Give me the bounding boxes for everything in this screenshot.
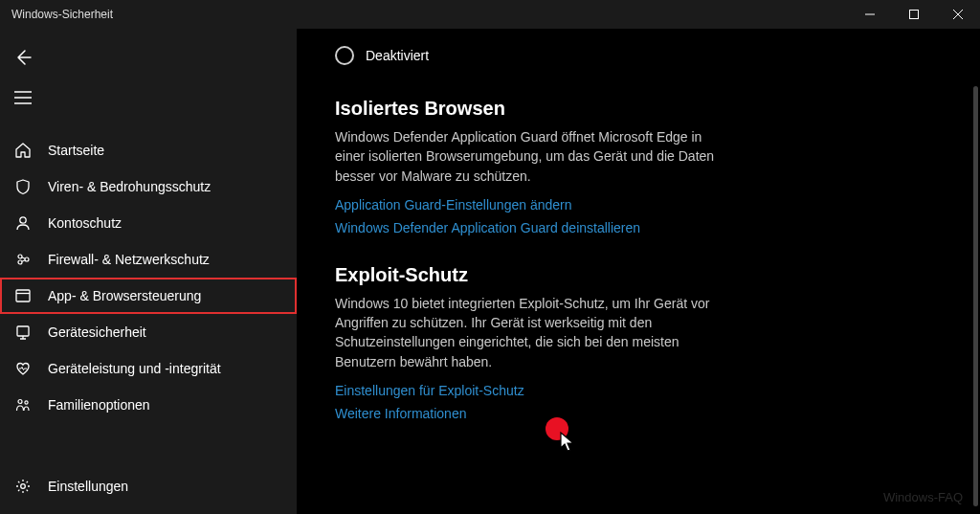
link-more-info[interactable]: Weitere Informationen [335, 406, 718, 421]
svg-point-8 [25, 401, 28, 404]
window-controls [848, 0, 980, 29]
svg-point-2 [18, 255, 22, 258]
svg-rect-5 [16, 290, 30, 302]
sidebar-item-label: Familienoptionen [48, 397, 150, 413]
radio-option-deactivated[interactable]: Deaktiviert [335, 46, 980, 65]
svg-point-3 [18, 260, 22, 264]
sidebar-item-label: Firewall- & Netzwerkschutz [48, 252, 210, 267]
firewall-icon [13, 250, 33, 269]
link-exploit-settings[interactable]: Einstellungen für Exploit-Schutz [335, 383, 718, 398]
home-icon [13, 141, 33, 160]
sidebar-item-device-security[interactable]: Gerätesicherheit [0, 314, 297, 350]
section-title: Isoliertes Browsen [335, 98, 718, 120]
arrow-left-icon [13, 48, 33, 67]
sidebar-item-label: Viren- & Bedrohungsschutz [48, 179, 211, 194]
titlebar: Windows-Sicherheit [0, 0, 980, 29]
sidebar-item-virus[interactable]: Viren- & Bedrohungsschutz [0, 168, 297, 205]
hamburger-button[interactable] [0, 80, 46, 115]
sidebar-item-label: App- & Browsersteuerung [48, 288, 201, 303]
section-desc: Windows 10 bietet integrierten Exploit-S… [335, 294, 718, 371]
heart-icon [13, 359, 33, 378]
app-browser-icon [13, 286, 33, 305]
gear-icon [13, 477, 33, 496]
link-appguard-uninstall[interactable]: Windows Defender Application Guard deins… [335, 220, 718, 235]
scrollbar[interactable] [973, 86, 978, 506]
back-button[interactable] [0, 40, 46, 75]
maximize-icon [909, 10, 919, 19]
section-exploit-protection: Exploit-Schutz Windows 10 bietet integri… [335, 264, 718, 421]
radio-label: Deaktiviert [366, 48, 429, 63]
sidebar-item-family[interactable]: Familienoptionen [0, 387, 297, 423]
svg-point-9 [21, 484, 26, 489]
hamburger-icon [14, 91, 32, 104]
device-security-icon [13, 323, 33, 342]
account-icon [13, 213, 33, 233]
link-appguard-settings[interactable]: Application Guard-Einstellungen ändern [335, 197, 718, 212]
svg-point-4 [25, 257, 29, 261]
content-area: Deaktiviert Isoliertes Browsen Windows D… [297, 29, 980, 514]
sidebar-item-label: Geräteleistung und -integrität [48, 361, 221, 376]
close-icon [953, 10, 963, 19]
window-root: Windows-Sicherheit Start [0, 0, 980, 514]
sidebar-item-account[interactable]: Kontoschutz [0, 205, 297, 241]
window-title: Windows-Sicherheit [0, 8, 113, 21]
sidebar-item-label: Kontoschutz [48, 215, 122, 231]
sidebar-item-label: Startseite [48, 143, 104, 158]
sidebar-item-label: Einstellungen [48, 479, 128, 494]
minimize-button[interactable] [848, 0, 892, 29]
shield-icon [13, 177, 33, 196]
watermark: Windows-FAQ [883, 490, 963, 504]
sidebar-item-home[interactable]: Startseite [0, 132, 297, 168]
section-isolated-browsing: Isoliertes Browsen Windows Defender Appl… [335, 98, 718, 235]
svg-point-1 [20, 217, 26, 223]
svg-rect-0 [910, 11, 919, 19]
svg-point-7 [18, 400, 22, 404]
nav-list: Startseite Viren- & Bedrohungsschutz Kon… [0, 132, 297, 423]
section-title: Exploit-Schutz [335, 264, 718, 286]
click-highlight-marker [546, 417, 568, 440]
svg-rect-6 [17, 326, 29, 336]
sidebar-item-firewall[interactable]: Firewall- & Netzwerkschutz [0, 241, 297, 278]
radio-icon [335, 46, 354, 65]
section-desc: Windows Defender Application Guard öffne… [335, 127, 718, 186]
sidebar: Startseite Viren- & Bedrohungsschutz Kon… [0, 29, 297, 514]
sidebar-item-settings[interactable]: Einstellungen [0, 468, 297, 504]
sidebar-item-performance[interactable]: Geräteleistung und -integrität [0, 350, 297, 387]
close-button[interactable] [936, 0, 980, 29]
body: Startseite Viren- & Bedrohungsschutz Kon… [0, 29, 980, 514]
maximize-button[interactable] [892, 0, 936, 29]
sidebar-item-label: Gerätesicherheit [48, 324, 146, 340]
minimize-icon [865, 10, 875, 19]
sidebar-item-app-browser[interactable]: App- & Browsersteuerung [0, 278, 297, 314]
family-icon [13, 395, 33, 414]
